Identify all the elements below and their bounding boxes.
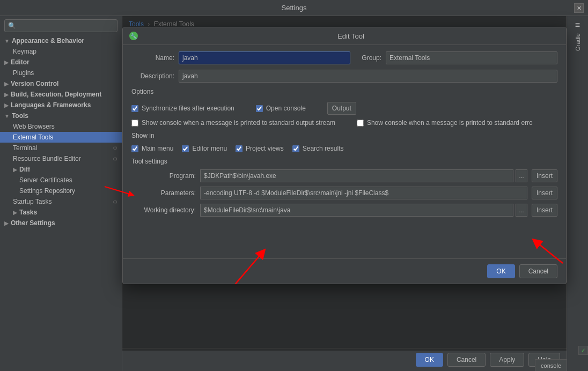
group-input[interactable] bbox=[386, 51, 557, 64]
project-views-checkbox[interactable]: Project views bbox=[236, 145, 284, 152]
gradle-label: Gradle bbox=[575, 33, 581, 51]
tool-settings-title: Tool settings bbox=[131, 158, 557, 165]
options-row-2: Show console when a message is printed t… bbox=[131, 119, 557, 127]
tool-settings-section: Tool settings Program: ... Insert Parame… bbox=[131, 158, 557, 217]
show-console-stdout-label: Show console when a message is printed t… bbox=[142, 119, 335, 127]
search-results-checkbox[interactable]: Search results bbox=[292, 145, 344, 152]
dialog-cancel-button[interactable]: Cancel bbox=[519, 264, 557, 278]
project-views-label: Project views bbox=[246, 145, 284, 152]
gradle-tab[interactable]: ≡ Gradle bbox=[572, 18, 583, 53]
sync-files-label: Synchronize files after execution bbox=[142, 105, 234, 112]
sidebar: 🔍 ▼ Appearance & Behavior Keymap ▶ Edito… bbox=[0, 16, 122, 371]
options-title: Options bbox=[131, 88, 557, 95]
cancel-button[interactable]: Cancel bbox=[447, 353, 486, 367]
parameters-input-wrap bbox=[200, 187, 527, 199]
program-label: Program: bbox=[131, 172, 196, 180]
show-console-stdout-checkbox[interactable]: Show console when a message is printed t… bbox=[131, 119, 335, 127]
editor-menu-label: Editor menu bbox=[192, 145, 227, 152]
arrow-icon: ▶ bbox=[4, 102, 9, 108]
working-dir-browse-button[interactable]: ... bbox=[516, 204, 527, 217]
description-label: Description: bbox=[131, 72, 174, 80]
show-console-stderr-input[interactable] bbox=[357, 120, 364, 127]
console-tab[interactable]: console bbox=[535, 359, 567, 371]
settings-icon: ⚙ bbox=[113, 199, 117, 205]
apply-button[interactable]: Apply bbox=[490, 353, 524, 367]
sidebar-item-terminal[interactable]: Terminal ⚙ bbox=[0, 143, 122, 153]
sidebar-item-tools[interactable]: ▼ Tools bbox=[0, 110, 122, 121]
arrow-icon: ▶ bbox=[4, 220, 9, 226]
dialog-title: Edit Tool bbox=[142, 32, 560, 40]
dialog-title-bar: 🔧 Edit Tool bbox=[123, 27, 566, 45]
program-input[interactable] bbox=[200, 169, 513, 182]
open-console-checkbox[interactable]: Open console bbox=[256, 105, 306, 112]
editor-menu-input[interactable] bbox=[182, 145, 189, 152]
arrow-icon: ▼ bbox=[4, 38, 10, 44]
output-button[interactable]: Output bbox=[327, 102, 356, 115]
sidebar-item-keymap[interactable]: Keymap bbox=[0, 46, 122, 57]
search-results-label: Search results bbox=[303, 145, 344, 152]
sync-files-checkbox[interactable]: Synchronize files after execution bbox=[131, 105, 234, 112]
modal-backdrop: 🔧 Edit Tool Name: Group: Description: Op… bbox=[122, 16, 567, 351]
sidebar-item-build[interactable]: ▶ Build, Execution, Deployment bbox=[0, 89, 122, 100]
parameters-label: Parameters: bbox=[131, 189, 196, 197]
gradle-icon: ≡ bbox=[575, 20, 580, 30]
main-menu-checkbox[interactable]: Main menu bbox=[131, 145, 173, 152]
sidebar-item-settings-repo[interactable]: Settings Repository bbox=[0, 186, 122, 196]
sync-files-input[interactable] bbox=[131, 105, 138, 112]
sidebar-item-startup-tasks[interactable]: Startup Tasks ⚙ bbox=[0, 196, 122, 207]
settings-icon: ⚙ bbox=[113, 145, 117, 151]
settings-icon: ⚙ bbox=[113, 156, 117, 162]
arrow-icon: ▶ bbox=[4, 60, 9, 65]
show-console-stderr-label: Show console when a message is printed t… bbox=[367, 119, 533, 127]
dialog-body: Name: Group: Description: Options Synchr… bbox=[123, 45, 566, 258]
ok-button[interactable]: OK bbox=[416, 353, 443, 367]
program-insert-button[interactable]: Insert bbox=[532, 169, 557, 182]
description-row: Description: bbox=[131, 70, 557, 83]
group-label: Group: bbox=[355, 54, 381, 62]
sidebar-item-external-tools[interactable]: External Tools bbox=[0, 132, 122, 143]
dialog-bottom-buttons: OK Cancel bbox=[123, 258, 566, 284]
working-dir-insert-button[interactable]: Insert bbox=[532, 204, 557, 217]
search-input[interactable] bbox=[18, 22, 114, 29]
options-section: Options Synchronize files after executio… bbox=[131, 88, 557, 127]
name-label: Name: bbox=[131, 54, 174, 62]
show-in-row: Main menu Editor menu Project views Sear… bbox=[131, 145, 557, 152]
parameters-input[interactable] bbox=[200, 187, 527, 199]
window-title: Settings bbox=[282, 4, 307, 12]
working-dir-input[interactable] bbox=[200, 204, 513, 217]
open-console-input[interactable] bbox=[256, 105, 263, 112]
sidebar-item-plugins[interactable]: Plugins bbox=[0, 68, 122, 78]
show-console-stderr-checkbox[interactable]: Show console when a message is printed t… bbox=[357, 119, 533, 127]
sidebar-item-tasks[interactable]: ▶ Tasks bbox=[0, 207, 122, 218]
app-icon: 🔧 bbox=[129, 32, 138, 40]
parameters-insert-button[interactable]: Insert bbox=[532, 187, 557, 199]
sidebar-item-editor[interactable]: ▶ Editor bbox=[0, 57, 122, 68]
program-browse-button[interactable]: ... bbox=[516, 169, 527, 182]
arrow-icon: ▶ bbox=[4, 81, 9, 87]
dialog-ok-button[interactable]: OK bbox=[487, 264, 514, 278]
show-in-section: Show in Main menu Editor menu Project vi… bbox=[131, 132, 557, 152]
sidebar-item-diff[interactable]: ▶ Diff bbox=[0, 164, 122, 175]
program-input-wrap: ... bbox=[200, 169, 527, 182]
name-input[interactable] bbox=[179, 51, 350, 64]
search-results-input[interactable] bbox=[292, 145, 299, 152]
project-views-input[interactable] bbox=[236, 145, 242, 152]
sidebar-item-server-certs[interactable]: Server Certificates bbox=[0, 175, 122, 186]
search-box[interactable]: 🔍 bbox=[4, 19, 117, 32]
sidebar-item-web-browsers[interactable]: Web Browsers bbox=[0, 121, 122, 132]
sidebar-item-version-control[interactable]: ▶ Version Control bbox=[0, 78, 122, 89]
name-group-row: Name: Group: bbox=[131, 51, 557, 64]
show-console-stdout-input[interactable] bbox=[131, 120, 138, 127]
parameters-row: Parameters: Insert bbox=[131, 187, 557, 199]
sidebar-item-appearance[interactable]: ▼ Appearance & Behavior bbox=[0, 35, 122, 46]
checkmark-icon: ✓ bbox=[578, 346, 588, 355]
search-icon: 🔍 bbox=[8, 22, 16, 29]
sidebar-item-other-settings[interactable]: ▶ Other Settings bbox=[0, 218, 122, 228]
close-button[interactable]: ✕ bbox=[574, 3, 584, 13]
editor-menu-checkbox[interactable]: Editor menu bbox=[182, 145, 227, 152]
sidebar-item-languages[interactable]: ▶ Languages & Frameworks bbox=[0, 100, 122, 110]
options-row-1: Synchronize files after execution Open c… bbox=[131, 102, 557, 115]
main-menu-input[interactable] bbox=[131, 145, 138, 152]
sidebar-item-resource-bundle[interactable]: Resource Bundle Editor ⚙ bbox=[0, 153, 122, 164]
description-input[interactable] bbox=[179, 70, 557, 83]
